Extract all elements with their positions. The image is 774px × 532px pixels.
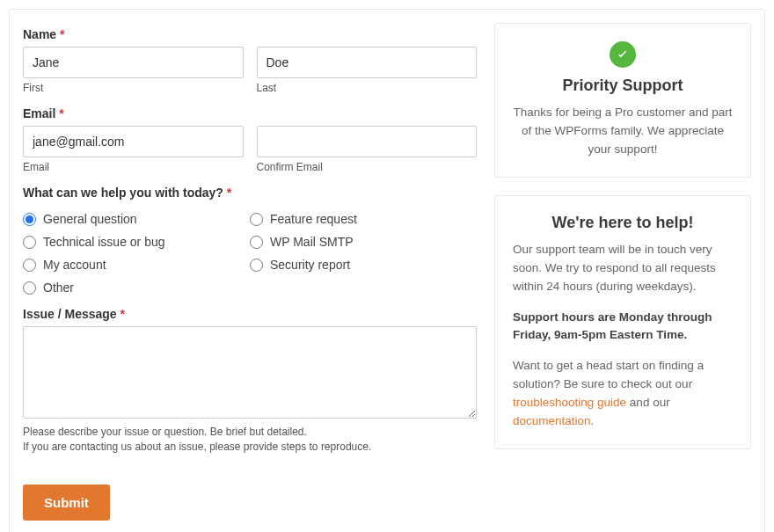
help-option[interactable]: General question [23, 212, 250, 226]
required-mark: * [59, 106, 63, 120]
help-option-label: Other [43, 281, 74, 295]
help-option-label: Feature request [270, 212, 357, 226]
help-topic-group: What can we help you with today? * Gener… [23, 186, 477, 295]
message-textarea[interactable] [23, 326, 477, 419]
email-sublabel: Email [23, 161, 244, 173]
first-name-sublabel: First [23, 82, 244, 94]
help-radio[interactable] [250, 213, 263, 226]
message-field-group: Issue / Message * Please describe your i… [23, 307, 477, 455]
check-circle-icon [610, 41, 636, 68]
support-form: Name * First Last Email * Email [23, 23, 477, 521]
support-page: Name * First Last Email * Email [9, 9, 765, 532]
required-mark: * [60, 27, 64, 41]
submit-button[interactable]: Submit [23, 485, 110, 521]
email-label: Email * [23, 106, 477, 120]
email-input[interactable] [23, 126, 244, 157]
help-option[interactable]: My account [23, 258, 250, 272]
email-field-group: Email * Email Confirm Email [23, 106, 477, 173]
help-radio[interactable] [23, 259, 36, 272]
help-radio[interactable] [250, 259, 263, 272]
help-option[interactable]: Other [23, 281, 250, 295]
priority-support-card: Priority Support Thanks for being a Pro … [494, 23, 751, 178]
help-radio[interactable] [23, 213, 36, 226]
help-option-label: WP Mail SMTP [270, 235, 354, 249]
name-field-group: Name * First Last [23, 27, 477, 94]
help-card: We're here to help! Our support team wil… [494, 195, 751, 449]
help-p1: Our support team will be in touch very s… [513, 241, 733, 296]
help-option[interactable]: WP Mail SMTP [250, 235, 477, 249]
help-radio[interactable] [23, 236, 36, 249]
priority-text: Thanks for being a Pro customer and part… [513, 104, 733, 159]
help-option-label: My account [43, 258, 106, 272]
help-topic-label: What can we help you with today? * [23, 186, 477, 200]
last-name-sublabel: Last [257, 82, 478, 94]
priority-title: Priority Support [513, 77, 733, 95]
required-mark: * [120, 307, 125, 321]
last-name-input[interactable] [257, 47, 478, 78]
sidebar: Priority Support Thanks for being a Pro … [494, 23, 751, 521]
first-name-input[interactable] [23, 47, 244, 78]
help-option-label: Security report [270, 258, 350, 272]
confirm-email-input[interactable] [257, 126, 478, 157]
documentation-link[interactable]: documentation [513, 414, 591, 427]
name-label: Name * [23, 27, 477, 41]
required-mark: * [227, 186, 231, 200]
message-hint: Please describe your issue or question. … [23, 425, 477, 455]
help-radio[interactable] [23, 281, 36, 295]
help-option[interactable]: Feature request [250, 212, 477, 226]
help-option[interactable]: Technical issue or bug [23, 235, 250, 249]
troubleshooting-link[interactable]: troubleshooting guide [513, 396, 626, 409]
help-radio[interactable] [250, 236, 263, 249]
confirm-email-sublabel: Confirm Email [257, 161, 478, 173]
help-option-label: Technical issue or bug [43, 235, 165, 249]
help-option[interactable]: Security report [250, 258, 477, 272]
message-label: Issue / Message * [23, 307, 477, 321]
help-p3: Want to get a head start on finding a so… [513, 357, 733, 431]
help-title: We're here to help! [513, 214, 733, 232]
help-p2: Support hours are Monday through Friday,… [513, 309, 733, 346]
help-option-label: General question [43, 212, 137, 226]
